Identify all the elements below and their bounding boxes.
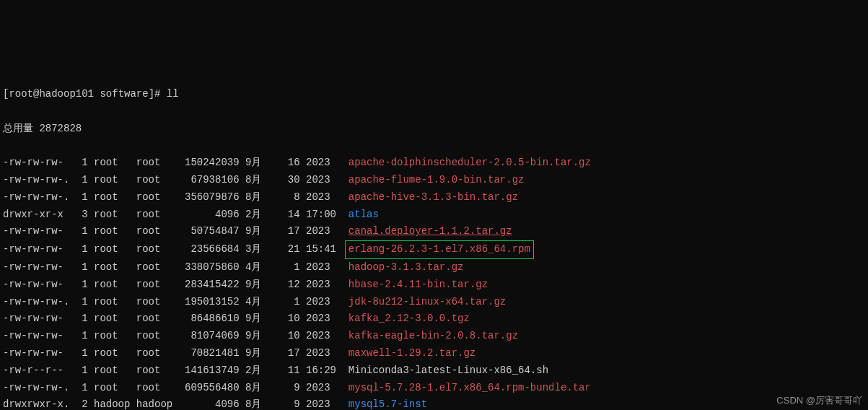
month: 9月 [245,223,270,240]
day: 10 [270,328,300,345]
file-name: apache-flume-1.9.0-bin.tar.gz [348,172,525,189]
perms: -rw-rw-rw-. [3,380,69,397]
owner: root [94,206,136,224]
table-row: drwxr-xr-x 3 rootroot4096 2月14 17:00 atl… [3,206,865,224]
perms: drwxrwxr-x. [3,396,69,410]
file-size: 70821481 [179,345,240,362]
month: 9月 [245,345,270,362]
file-size: 338075860 [179,259,240,276]
file-size: 50754847 [179,223,240,240]
table-row: -rw-rw-rw-. 1 rootroot195013152 4月1 2023… [3,294,865,311]
day: 8 [270,189,300,206]
owner: root [94,259,136,276]
file-listing: -rw-rw-rw- 1 rootroot150242039 9月16 2023… [3,154,865,410]
day: 12 [270,276,300,294]
table-row: -rw-r--r-- 1 rootroot141613749 2月11 16:2… [3,362,865,380]
month: 4月 [245,259,270,276]
group: root [136,241,179,258]
file-size: 86486610 [179,310,240,328]
table-row: -rw-rw-rw- 1 rootroot81074069 9月10 2023 … [3,328,865,345]
group: root [136,328,179,345]
month: 9月 [245,276,270,294]
time: 2023 [306,328,342,345]
link-count: 1 [76,294,88,311]
file-name: atlas [348,206,379,224]
link-count: 1 [76,259,88,276]
time: 2023 [306,154,342,172]
file-size: 67938106 [179,172,240,189]
total-line: 总用量 2872828 [3,121,865,138]
perms: -rw-rw-rw- [3,223,69,240]
table-row: -rw-rw-rw- 1 rootroot150242039 9月16 2023… [3,154,865,172]
file-name: kafka_2.12-3.0.0.tgz [348,310,470,328]
time: 2023 [306,345,342,362]
owner: root [94,294,136,311]
month: 2月 [245,362,270,380]
time: 2023 [306,189,342,206]
file-name: erlang-26.2.3-1.el7.x86_64.rpm [345,240,534,259]
file-size: 23566684 [179,241,240,258]
time: 2023 [306,276,342,294]
group: root [136,345,179,362]
owner: root [94,172,136,189]
day: 1 [270,294,300,311]
time: 2023 [306,396,342,410]
file-name: maxwell-1.29.2.tar.gz [348,345,475,362]
table-row: -rw-rw-rw-. 1 rootroot356079876 8月8 2023… [3,189,865,206]
file-size: 141613749 [179,362,240,380]
time: 2023 [306,380,342,397]
file-size: 195013152 [179,294,240,311]
link-count: 3 [76,206,88,224]
file-size: 609556480 [179,380,240,397]
day: 21 [270,241,300,258]
time: 2023 [306,294,342,311]
owner: root [94,189,136,206]
group: root [136,294,179,311]
day: 11 [270,362,300,380]
owner: root [94,380,136,397]
group: root [136,172,179,189]
table-row: -rw-rw-rw- 1 rootroot338075860 4月1 2023 … [3,259,865,276]
file-name: mysql5.7-inst [348,396,427,410]
file-size: 4096 [179,396,240,410]
month: 8月 [245,189,270,206]
owner: root [94,241,136,258]
file-size: 356079876 [179,189,240,206]
link-count: 1 [76,310,88,328]
month: 9月 [245,154,270,172]
time: 16:29 [306,362,342,380]
table-row: -rw-rw-rw-. 1 rootroot609556480 8月9 2023… [3,380,865,397]
perms: -rw-rw-rw- [3,276,69,294]
owner: root [94,223,136,240]
time: 15:41 [306,241,342,258]
time: 2023 [306,259,342,276]
time: 2023 [306,310,342,328]
perms: -rw-rw-rw- [3,328,69,345]
file-name: kafka-eagle-bin-2.0.8.tar.gz [348,328,518,345]
perms: -rw-rw-rw-. [3,294,69,311]
terminal-output[interactable]: [root@hadoop101 software]# ll 总用量 287282… [3,69,865,410]
file-name: Miniconda3-latest-Linux-x86_64.sh [348,362,548,380]
group: root [136,380,179,397]
perms: -rw-rw-rw- [3,310,69,328]
table-row: -rw-rw-rw- 1 rootroot86486610 9月10 2023 … [3,310,865,328]
group: hadoop [136,396,179,410]
watermark: CSDN @厉害哥哥吖 [776,393,862,409]
perms: -rw-rw-rw- [3,345,69,362]
table-row: -rw-rw-rw- 1 rootroot50754847 9月17 2023 … [3,223,865,240]
link-count: 1 [76,380,88,397]
time: 2023 [306,172,342,189]
table-row: -rw-rw-rw-. 1 rootroot67938106 8月30 2023… [3,172,865,189]
perms: -rw-rw-rw- [3,259,69,276]
month: 4月 [245,294,270,311]
link-count: 1 [76,345,88,362]
owner: root [94,154,136,172]
day: 10 [270,310,300,328]
file-name: apache-hive-3.1.3-bin.tar.gz [348,189,518,206]
month: 8月 [245,396,270,410]
day: 14 [270,206,300,224]
group: root [136,276,179,294]
table-row: -rw-rw-rw- 1 rootroot70821481 9月17 2023 … [3,345,865,362]
file-name: hadoop-3.1.3.tar.gz [348,259,464,276]
day: 30 [270,172,300,189]
